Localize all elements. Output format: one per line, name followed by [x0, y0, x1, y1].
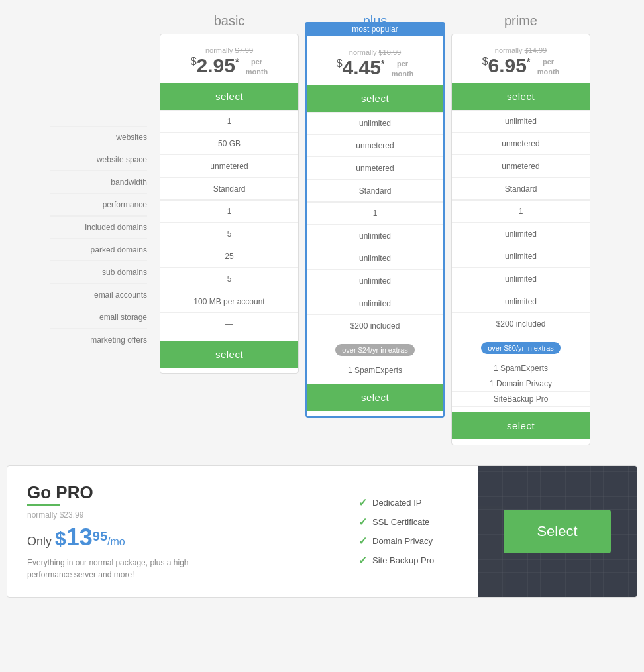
prime-plan-card: normally $14.99 $6.95* permonth select u…	[451, 34, 590, 445]
plus-price-area: normally $10.99 $4.45* permonth	[313, 43, 437, 85]
plus-plan-card: most popular normally $10.99 $4.45* perm…	[305, 27, 445, 418]
prime-email-storage: unlimited	[452, 290, 590, 313]
label-sub-domains: sub domains	[50, 261, 147, 284]
basic-plan-title: basic	[214, 13, 245, 28]
basic-price-per: permonth	[246, 57, 268, 76]
basic-select-bottom-button[interactable]: select	[160, 341, 298, 368]
plus-website-space: unmetered	[307, 135, 443, 157]
go-pro-price: Only $1395/mo	[27, 524, 325, 551]
prime-bandwidth: unmetered	[452, 155, 590, 178]
prime-select-top-button[interactable]: select	[452, 83, 590, 110]
basic-parked-domains: 5	[160, 223, 298, 245]
check-icon-1: ✓	[358, 496, 367, 509]
prime-performance: Standard	[452, 178, 590, 200]
prime-extras-badge: over $80/yr in extras	[481, 342, 561, 354]
go-pro-feature-4: ✓ Site Backup Pro	[358, 554, 471, 567]
prime-sub-domains: unlimited	[452, 245, 590, 268]
basic-email-storage: 100 MB per account	[160, 290, 298, 313]
basic-performance: Standard	[160, 178, 298, 200]
go-pro-select-button[interactable]: Select	[504, 510, 610, 553]
basic-select-top-button[interactable]: select	[160, 83, 298, 110]
basic-plan-header: normally $7.99 $2.95* permonth	[160, 34, 298, 83]
go-pro-feature-2: ✓ SSL Certificate	[358, 516, 471, 528]
basic-footer: select	[160, 335, 298, 373]
prime-plan-wrapper: prime normally $14.99 $6.95* permonth se…	[448, 13, 594, 445]
go-pro-right: Select	[478, 466, 637, 597]
plus-parked-domains: unlimited	[307, 225, 443, 247]
label-marketing-offers: marketing offers	[50, 329, 147, 351]
prime-price-per: permonth	[537, 57, 560, 76]
plus-footer: select	[307, 378, 443, 416]
basic-price-area: normally $7.99 $2.95* permonth	[167, 41, 292, 83]
prime-parked-domains: unlimited	[452, 223, 590, 245]
basic-plan-wrapper: basic normally $7.99 $2.95* permonth sel…	[156, 13, 302, 374]
prime-select-bottom-button[interactable]: select	[452, 412, 590, 439]
go-pro-underline	[27, 504, 60, 506]
basic-marketing-offers: —	[160, 313, 298, 335]
go-pro-normally: normally $23.99	[27, 510, 325, 520]
label-parked-domains: parked domains	[50, 239, 147, 261]
prime-extra-3: SiteBackup Pro	[452, 392, 590, 407]
plus-extra-1: 1 SpamExperts	[307, 363, 443, 378]
prime-marketing-offers: $200 included	[452, 313, 590, 335]
basic-included-domains: 1	[160, 200, 298, 223]
go-pro-section: Go PRO normally $23.99 Only $1395/mo Eve…	[7, 465, 637, 598]
label-websites: websites	[50, 126, 147, 148]
plus-select-bottom-button[interactable]: select	[307, 384, 443, 411]
basic-website-space: 50 GB	[160, 133, 298, 155]
go-pro-feature-1: ✓ Dedicated IP	[358, 496, 471, 509]
prime-extra-1: 1 SpamExperts	[452, 361, 590, 376]
label-performance: performance	[50, 194, 147, 216]
label-website-space: website space	[50, 148, 147, 171]
plus-most-popular-badge: most popular	[305, 22, 445, 36]
plus-normally: normally $10.99	[320, 48, 430, 56]
go-pro-feature-3: ✓ Domain Privacy	[358, 535, 471, 547]
check-icon-2: ✓	[358, 516, 367, 528]
go-pro-features: ✓ Dedicated IP ✓ SSL Certificate ✓ Domai…	[345, 466, 478, 597]
prime-extra-2: 1 Domain Privacy	[452, 376, 590, 392]
labels-column: websites website space bandwidth perform…	[50, 13, 156, 351]
label-included-domains: Included domains	[50, 216, 147, 239]
plus-bandwidth: unmetered	[307, 157, 443, 180]
go-pro-title: Go PRO	[27, 482, 325, 503]
prime-websites: unlimited	[452, 110, 590, 133]
check-icon-3: ✓	[358, 535, 367, 547]
plus-plan-header: normally $10.99 $4.45* permonth	[307, 36, 443, 85]
plus-email-accounts: unlimited	[307, 270, 443, 292]
basic-bandwidth: unmetered	[160, 155, 298, 178]
basic-sub-domains: 25	[160, 245, 298, 268]
prime-footer: select	[452, 407, 590, 445]
plus-included-domains: 1	[307, 202, 443, 225]
label-email-accounts: email accounts	[50, 284, 147, 306]
plus-sub-domains: unlimited	[307, 247, 443, 270]
check-icon-4: ✓	[358, 554, 367, 567]
go-pro-desc: Everything in our normal package, plus a…	[27, 557, 199, 581]
prime-plan-title: prime	[504, 13, 537, 28]
plus-extras-badge: over $24/yr in extras	[335, 344, 415, 356]
basic-normally: normally $7.99	[174, 46, 285, 54]
plus-websites: unlimited	[307, 112, 443, 135]
plus-price-per: permonth	[392, 59, 414, 78]
prime-website-space: unmetered	[452, 133, 590, 155]
plus-price-big: $4.45* permonth	[320, 56, 430, 78]
prime-included-domains: 1	[452, 200, 590, 223]
label-bandwidth: bandwidth	[50, 171, 147, 194]
basic-websites: 1	[160, 110, 298, 133]
prime-price-big: $6.95* permonth	[465, 54, 576, 76]
prime-normally: normally $14.99	[465, 46, 576, 54]
plus-marketing-offers: $200 included	[307, 315, 443, 337]
plus-plan-wrapper: plus most popular normally $10.99 $4.45*…	[302, 13, 448, 418]
page-wrapper: websites website space bandwidth perform…	[0, 0, 644, 618]
plus-select-top-button[interactable]: select	[307, 85, 443, 112]
basic-price-big: $2.95* permonth	[174, 54, 285, 76]
go-pro-left: Go PRO normally $23.99 Only $1395/mo Eve…	[7, 466, 345, 597]
prime-price-area: normally $14.99 $6.95* permonth	[458, 41, 583, 83]
pricing-table: websites website space bandwidth perform…	[7, 13, 637, 445]
prime-email-accounts: unlimited	[452, 268, 590, 290]
plus-performance: Standard	[307, 180, 443, 202]
basic-email-accounts: 5	[160, 268, 298, 290]
label-email-storage: email storage	[50, 306, 147, 329]
prime-plan-header: normally $14.99 $6.95* permonth	[452, 34, 590, 83]
plus-email-storage: unlimited	[307, 292, 443, 315]
basic-plan-card: normally $7.99 $2.95* permonth select 1 …	[160, 34, 299, 374]
